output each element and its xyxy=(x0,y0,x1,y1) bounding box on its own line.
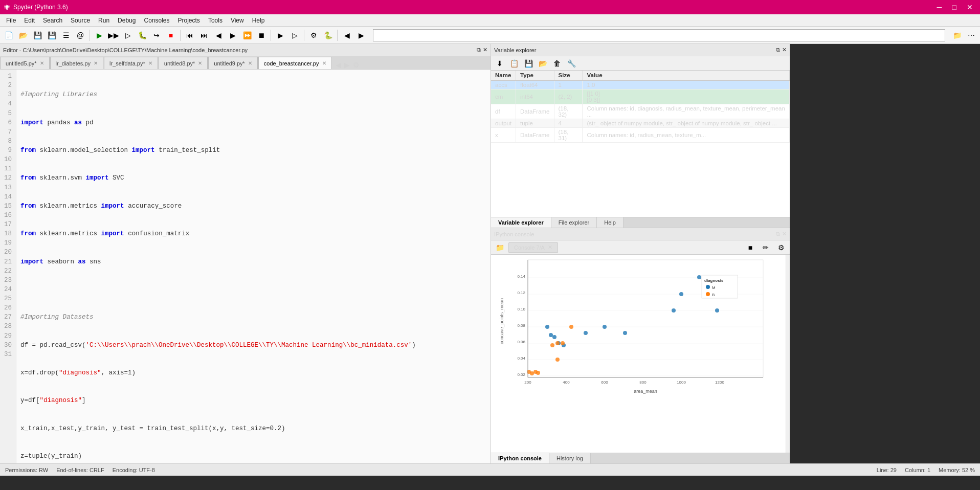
run-selected-button[interactable]: ▷ xyxy=(288,29,301,42)
step-button[interactable]: ↪ xyxy=(150,29,163,42)
menu-search[interactable]: Search xyxy=(39,16,66,25)
close-tab-lr-diabetes[interactable]: ✕ xyxy=(94,60,98,66)
new-file-button[interactable]: 📄 xyxy=(2,29,15,42)
var-import-button[interactable]: ⬇ xyxy=(493,57,506,70)
console-scrollbar[interactable] xyxy=(786,255,790,453)
minimize-button[interactable]: ─ xyxy=(934,2,945,12)
tab-lr-diabetes[interactable]: lr_diabetes.py ✕ xyxy=(50,57,104,69)
forward-button[interactable]: ⏭ xyxy=(197,29,211,42)
console-new-button[interactable]: 📁 xyxy=(493,241,506,254)
tab-untitled9[interactable]: untitled9.py* ✕ xyxy=(208,57,258,69)
editor-close-button[interactable]: ✕ xyxy=(483,47,487,53)
var-row-df[interactable]: df DataFrame (18, 32) Column names: id, … xyxy=(491,104,790,119)
toolbar-separator-2 xyxy=(180,30,181,41)
line-label: Line: 29 xyxy=(877,467,897,473)
menu-consoles[interactable]: Consoles xyxy=(140,16,173,25)
save-all-button[interactable]: 💾 xyxy=(45,29,58,42)
menu-file[interactable]: File xyxy=(2,16,20,25)
menu-view[interactable]: View xyxy=(227,16,248,25)
var-delete-button[interactable]: 🗑 xyxy=(550,57,564,70)
prev-button[interactable]: ◀ xyxy=(212,29,225,42)
options-button[interactable]: ⋯ xyxy=(965,29,978,42)
close-button[interactable]: ✕ xyxy=(964,2,976,12)
back-button[interactable]: ⏮ xyxy=(183,29,196,42)
var-refresh-button[interactable]: 🔧 xyxy=(565,57,578,70)
var-row-accs[interactable]: accs float64 1 1.0 xyxy=(491,80,790,90)
console-title: IPython console xyxy=(494,231,534,237)
editor-undock-button[interactable]: ⧉ xyxy=(477,47,481,53)
run-file-button[interactable]: ▶▶ xyxy=(107,29,120,42)
menu-edit[interactable]: Edit xyxy=(20,16,39,25)
tab-help[interactable]: Help xyxy=(597,217,623,228)
code-line-2: import pandas as pd xyxy=(20,118,486,127)
tab-untitled5[interactable]: untitled5.py* ✕ xyxy=(0,57,50,69)
console-undock-button[interactable]: ⧉ xyxy=(776,231,780,237)
app-title: Spyder (Python 3.6) xyxy=(13,4,68,11)
console-options-2[interactable]: ✏ xyxy=(759,241,772,254)
outline-button[interactable]: ☰ xyxy=(59,29,73,42)
menu-run[interactable]: Run xyxy=(94,16,114,25)
tab-history-log[interactable]: History log xyxy=(549,453,591,463)
console-options-1[interactable]: ■ xyxy=(744,241,757,254)
settings-button[interactable]: ⚙ xyxy=(307,29,320,42)
var-row-cm[interactable]: cm int64 (2, 2) [[1 0] [0 3]] xyxy=(491,90,790,104)
console-options-3[interactable]: ⚙ xyxy=(774,241,788,254)
browse-button[interactable]: 📁 xyxy=(950,29,964,42)
open-file-button[interactable]: 📂 xyxy=(16,29,30,42)
code-content[interactable]: #Importing Libraries import pandas as pd… xyxy=(16,70,491,463)
menu-projects[interactable]: Projects xyxy=(174,16,204,25)
prev-tab-button[interactable]: ◀ xyxy=(335,61,342,69)
var-save-button[interactable]: 💾 xyxy=(522,57,535,70)
options-tab-button[interactable]: ⚙ xyxy=(352,61,361,69)
svg-text:M: M xyxy=(712,285,716,290)
menu-source[interactable]: Source xyxy=(66,16,94,25)
var-row-output[interactable]: output tuple 4 (str_ object of numpy mod… xyxy=(491,119,790,128)
run-button[interactable]: ▶ xyxy=(93,29,106,42)
tab-lr-selfdata[interactable]: lr_selfdata.py* ✕ xyxy=(104,57,158,69)
next-tab-button[interactable]: ▶ xyxy=(343,61,351,69)
var-explorer-title: Variable explorer xyxy=(494,47,536,53)
var-open-button[interactable]: 📂 xyxy=(536,57,549,70)
nav-forward-button[interactable]: ▶ xyxy=(354,29,368,42)
pause-button[interactable]: ⏹ xyxy=(255,29,268,42)
menu-help[interactable]: Help xyxy=(248,16,269,25)
tab-code-breastcancer[interactable]: code_breastcancer.py ✕ xyxy=(258,57,332,69)
stop-button[interactable]: ■ xyxy=(164,29,177,42)
close-tab-breastcancer[interactable]: ✕ xyxy=(322,60,326,66)
run-code-button[interactable]: ▶ xyxy=(274,29,287,42)
svg-point-37 xyxy=(530,371,534,375)
debug-button[interactable]: 🐛 xyxy=(136,29,149,42)
console-tab-close[interactable]: ✕ xyxy=(548,244,552,251)
console-tab[interactable]: Console 7/A ✕ xyxy=(508,242,558,253)
editor-nav: ◀ ▶ ⚙ xyxy=(332,61,363,69)
tab-untitled8[interactable]: untitled8.py* ✕ xyxy=(159,57,208,69)
tab-file-explorer[interactable]: File explorer xyxy=(551,217,597,228)
code-line-6: from sklearn.metrics import confusion_ma… xyxy=(20,229,486,238)
path-input[interactable]: C:\Users\prach\OneDrive\Desktop\COLLEGE\… xyxy=(373,29,945,41)
close-tab-untitled8[interactable]: ✕ xyxy=(198,60,202,66)
var-close-button[interactable]: ✕ xyxy=(782,47,787,53)
link-button[interactable]: @ xyxy=(74,29,87,42)
next-button[interactable]: ▶ xyxy=(226,29,239,42)
last-button[interactable]: ⏩ xyxy=(240,29,254,42)
maximize-button[interactable]: □ xyxy=(949,2,960,12)
close-tab-lr-selfdata[interactable]: ✕ xyxy=(148,60,152,66)
run-selection-button[interactable]: ▷ xyxy=(121,29,135,42)
console-close-button[interactable]: ✕ xyxy=(782,231,787,237)
code-line-13: x_train,x_test,y_train, y_test = train_t… xyxy=(20,424,486,433)
code-line-12: y=df["diagnosis"] xyxy=(20,396,486,405)
tab-ipython-console[interactable]: IPython console xyxy=(491,453,549,463)
close-tab-untitled9[interactable]: ✕ xyxy=(248,60,252,66)
encoding-label: Encoding: UTF-8 xyxy=(113,467,155,473)
menu-tools[interactable]: Tools xyxy=(204,16,227,25)
close-tab-untitled5[interactable]: ✕ xyxy=(40,60,44,66)
var-row-x[interactable]: x DataFrame (18, 31) Column names: id, r… xyxy=(491,128,790,143)
nav-back-button[interactable]: ◀ xyxy=(340,29,353,42)
var-export-button[interactable]: 📋 xyxy=(507,57,521,70)
save-button[interactable]: 💾 xyxy=(31,29,44,42)
window-controls[interactable]: ─ □ ✕ xyxy=(934,2,976,12)
tab-variable-explorer[interactable]: Variable explorer xyxy=(491,217,551,228)
var-undock-button[interactable]: ⧉ xyxy=(776,47,780,53)
menu-debug[interactable]: Debug xyxy=(114,16,140,25)
conda-button[interactable]: 🐍 xyxy=(321,29,335,42)
